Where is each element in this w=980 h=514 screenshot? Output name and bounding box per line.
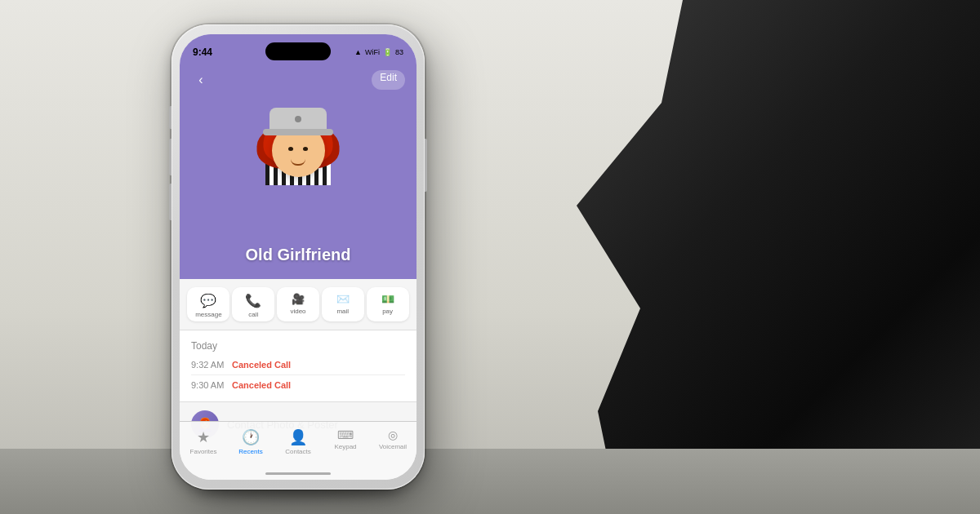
call-entry-2[interactable]: 9:30 AM Canceled Call (191, 377, 405, 393)
back-button[interactable]: ‹ (191, 70, 211, 90)
back-chevron-icon: ‹ (198, 73, 203, 87)
edit-button[interactable]: Edit (372, 70, 405, 90)
call-divider (191, 374, 405, 375)
recents-day-label: Today (191, 340, 405, 352)
phone-screen: 9:44 ▲ WiFi 🔋 83 ‹ Edit (180, 34, 416, 480)
volume-down-button[interactable] (169, 184, 172, 220)
edit-label: Edit (380, 72, 397, 83)
tab-bar: ★ Favorites 🕐 Recents 👤 Contacts ⌨ Keypa… (180, 421, 416, 480)
message-button[interactable]: 💬 message (187, 287, 229, 321)
battery-icon: 🔋 (383, 48, 392, 56)
favorites-icon: ★ (197, 428, 210, 446)
phone-body: 9:44 ▲ WiFi 🔋 83 ‹ Edit (172, 24, 425, 490)
call-time-2: 9:30 AM (191, 380, 232, 390)
contact-name: Old Girlfriend (180, 246, 416, 264)
recents-section: Today 9:32 AM Canceled Call 9:30 AM Canc… (180, 332, 416, 401)
video-icon: 🎥 (292, 293, 305, 305)
mute-button[interactable] (169, 106, 172, 129)
power-button[interactable] (425, 139, 427, 192)
contacts-label: Contacts (285, 448, 311, 455)
pay-button[interactable]: 💵 pay (367, 287, 409, 321)
tab-recents[interactable]: 🕐 Recents (230, 428, 271, 455)
volume-up-button[interactable] (169, 139, 172, 175)
status-time: 9:44 (193, 47, 212, 58)
phone-device: 9:44 ▲ WiFi 🔋 83 ‹ Edit (172, 24, 425, 490)
video-button[interactable]: 🎥 video (277, 287, 319, 321)
video-label: video (290, 308, 305, 315)
dynamic-island (265, 42, 331, 60)
memoji-eyes (288, 147, 308, 151)
contacts-icon: 👤 (289, 428, 307, 446)
call-status-2: Canceled Call (232, 380, 291, 390)
pay-label: pay (382, 308, 393, 315)
keypad-icon: ⌨ (337, 428, 354, 441)
shelf-ledge (0, 449, 980, 514)
favorites-label: Favorites (190, 448, 217, 455)
mail-icon: ✉️ (336, 293, 350, 305)
battery-level: 83 (395, 48, 403, 56)
voicemail-icon: ◎ (388, 428, 398, 441)
voicemail-label: Voicemail (379, 443, 407, 450)
message-label: message (195, 311, 221, 318)
signal-icon: ▲ (354, 48, 362, 56)
home-indicator (265, 472, 331, 475)
contact-header: ‹ Edit (180, 34, 416, 279)
message-icon: 💬 (200, 293, 216, 308)
call-label: call (248, 311, 258, 318)
pay-icon: 💵 (381, 293, 394, 305)
recents-icon: 🕐 (242, 428, 260, 446)
contact-avatar-area (241, 79, 355, 222)
tab-keypad[interactable]: ⌨ Keypad (325, 428, 366, 450)
tab-favorites[interactable]: ★ Favorites (183, 428, 224, 455)
mail-label: mail (336, 308, 349, 315)
call-time-1: 9:32 AM (191, 360, 232, 370)
memoji-figure (272, 124, 325, 177)
status-icons: ▲ WiFi 🔋 83 (354, 48, 403, 56)
wifi-icon: WiFi (365, 48, 380, 56)
keypad-label: Keypad (334, 443, 356, 450)
call-button[interactable]: 📞 call (232, 287, 274, 321)
header-nav: ‹ Edit (180, 70, 416, 90)
mail-button[interactable]: ✉️ mail (322, 287, 364, 321)
contact-avatar (245, 83, 351, 218)
tab-voicemail[interactable]: ◎ Voicemail (372, 428, 413, 450)
call-icon: 📞 (245, 293, 261, 308)
action-buttons-row: 💬 message 📞 call 🎥 video ✉️ mail 💵 (180, 279, 416, 330)
call-entry-1[interactable]: 9:32 AM Canceled Call (191, 357, 405, 373)
recents-label: Recents (238, 448, 262, 455)
memoji-smile (291, 159, 305, 166)
call-status-1: Canceled Call (232, 360, 291, 370)
memoji-hat (270, 108, 327, 132)
tab-contacts[interactable]: 👤 Contacts (278, 428, 318, 455)
